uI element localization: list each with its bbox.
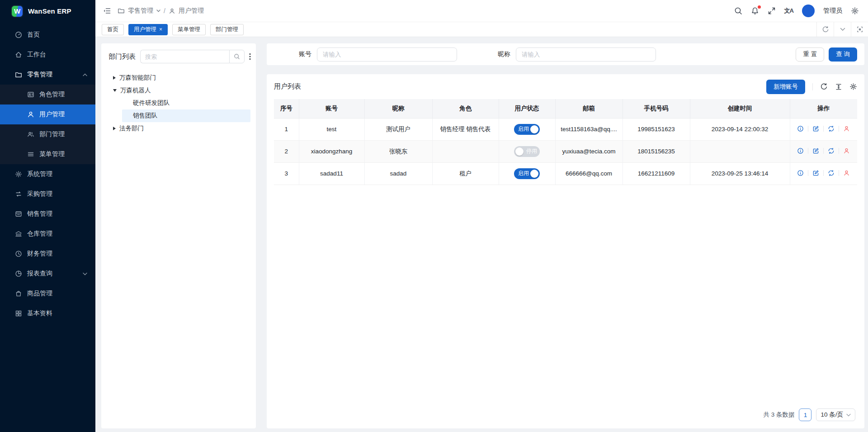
tabs-chevron-down-icon[interactable]	[834, 22, 851, 37]
tree-node-label: 万森智能部门	[119, 74, 156, 82]
tab-user-mgmt[interactable]: 用户管理 ×	[128, 24, 168, 35]
reset-password-icon[interactable]	[828, 170, 835, 176]
notifications-bell[interactable]	[751, 7, 759, 15]
caret-right-icon[interactable]	[113, 76, 116, 80]
department-more-icon[interactable]	[249, 53, 251, 60]
toggle-label: 启用	[518, 125, 529, 133]
logo-icon: W	[11, 5, 24, 18]
cell-phone: 19985151623	[623, 118, 690, 140]
table-row: 1 test 测试用户 销售经理 销售代表 启用	[274, 118, 857, 140]
tab-menu-mgmt[interactable]: 菜单管理	[172, 24, 206, 35]
sidebar-item-system[interactable]: 系统管理	[0, 164, 95, 184]
detail-info-icon[interactable]	[797, 170, 804, 176]
avatar[interactable]	[802, 5, 815, 17]
cell-email: 666666@qq.com	[555, 162, 623, 185]
sidebar-item-retail[interactable]: 零售管理	[0, 65, 95, 85]
menu-lines-icon	[27, 151, 34, 158]
unassign-user-icon[interactable]	[843, 170, 850, 176]
toggle-label: 停用	[526, 147, 537, 155]
cell-index: 3	[274, 162, 299, 185]
tree-node-wansen-robot[interactable]: 万森机器人	[107, 84, 250, 97]
department-search-group	[140, 50, 245, 63]
sidebar-item-goods[interactable]: 商品管理	[0, 284, 95, 304]
page-number-button[interactable]: 1	[799, 408, 811, 421]
tab-home[interactable]: 首页	[102, 24, 124, 35]
cell-status: 启用	[499, 162, 555, 185]
detail-info-icon[interactable]	[797, 125, 804, 132]
detail-info-icon[interactable]	[797, 147, 804, 154]
unassign-user-icon[interactable]	[843, 147, 850, 154]
col-role: 角色	[432, 99, 499, 118]
maximize-content-icon[interactable]	[851, 22, 868, 37]
sidebar-item-department[interactable]: 部门管理	[0, 124, 95, 144]
row-height-icon[interactable]	[835, 83, 842, 90]
page-size-select[interactable]: 10 条/页	[816, 408, 855, 421]
department-search-input[interactable]	[140, 50, 229, 63]
pagination: 共 3 条数据 1 10 条/页	[274, 402, 857, 424]
sales-receipt-icon	[15, 210, 22, 218]
tree-node-label: 硬件研发团队	[133, 99, 170, 107]
add-account-button[interactable]: 新增账号	[766, 80, 805, 94]
workbench-home-icon	[15, 51, 22, 58]
sidebar-item-user[interactable]: 用户管理	[0, 104, 95, 124]
unassign-user-icon[interactable]	[843, 125, 850, 132]
cell-index: 2	[274, 140, 299, 162]
sidebar-item-finance[interactable]: 财务管理	[0, 244, 95, 264]
status-toggle[interactable]: 停用	[514, 146, 540, 157]
sidebar-item-label: 角色管理	[39, 90, 65, 99]
col-created: 创建时间	[690, 99, 790, 118]
department-search-button[interactable]	[229, 50, 245, 63]
col-phone: 手机号码	[623, 99, 690, 118]
table-settings-gear-icon[interactable]	[849, 83, 857, 90]
edit-icon[interactable]	[812, 125, 819, 132]
user-panel: 账号 昵称 重 置 查 询 用户列表	[267, 43, 864, 428]
pie-chart-icon	[15, 270, 22, 277]
refresh-tab-icon[interactable]	[816, 22, 834, 37]
caret-down-icon[interactable]	[113, 89, 117, 92]
tab-dept-mgmt[interactable]: 部门管理	[210, 24, 244, 35]
reset-password-icon[interactable]	[828, 147, 835, 154]
sidebar-item-menu-mgmt[interactable]: 菜单管理	[0, 144, 95, 164]
refresh-table-icon[interactable]	[820, 83, 828, 90]
status-toggle[interactable]: 启用	[514, 124, 540, 135]
account-input[interactable]	[317, 47, 457, 62]
fullscreen-icon[interactable]	[768, 7, 776, 15]
gear-icon[interactable]	[851, 7, 859, 15]
nickname-input[interactable]	[516, 47, 656, 62]
tree-node-legal[interactable]: 法务部门	[107, 122, 250, 135]
department-panel-title: 部门列表	[108, 52, 136, 61]
account-label: 账号	[299, 50, 311, 58]
tree-node-wansen-intelligent[interactable]: 万森智能部门	[107, 71, 250, 84]
reset-password-icon[interactable]	[828, 125, 835, 132]
collapse-sidebar-icon[interactable]	[103, 7, 111, 15]
translate-icon[interactable]: 文A	[784, 7, 793, 15]
sidebar-item-role[interactable]: 角色管理	[0, 85, 95, 104]
tab-label: 首页	[107, 26, 118, 33]
close-tab-icon[interactable]: ×	[159, 26, 162, 33]
search-icon	[234, 53, 240, 60]
chevron-up-icon	[83, 73, 87, 76]
reset-button[interactable]: 重 置	[796, 47, 824, 62]
chevron-down-icon[interactable]	[156, 9, 160, 12]
sidebar-item-sales[interactable]: 销售管理	[0, 204, 95, 224]
sidebar-item-purchase[interactable]: 采购管理	[0, 184, 95, 204]
sidebar-item-warehouse[interactable]: 仓库管理	[0, 224, 95, 244]
chevron-down-icon	[83, 272, 87, 275]
tree-node-sales-team[interactable]: 销售团队	[122, 109, 250, 122]
sidebar-item-reports[interactable]: 报表查询	[0, 264, 95, 284]
status-toggle[interactable]: 启用	[514, 168, 540, 179]
search-button[interactable]: 查 询	[829, 47, 857, 62]
finance-clock-icon	[15, 250, 22, 257]
cell-created: 2023-09-25 13:46:14	[690, 162, 790, 185]
edit-icon[interactable]	[812, 170, 819, 176]
sidebar-item-basic-data[interactable]: 基本资料	[0, 304, 95, 323]
edit-icon[interactable]	[812, 147, 819, 154]
sidebar-item-dashboard[interactable]: 首页	[0, 25, 95, 45]
sidebar-item-workbench[interactable]: 工作台	[0, 45, 95, 65]
tree-node-hardware-team[interactable]: 硬件研发团队	[107, 97, 250, 109]
breadcrumb-parent[interactable]: 零售管理	[128, 7, 153, 15]
user-name[interactable]: 管理员	[823, 7, 842, 15]
caret-right-icon[interactable]	[113, 127, 116, 130]
cell-actions	[790, 118, 857, 140]
search-icon[interactable]	[734, 7, 742, 15]
